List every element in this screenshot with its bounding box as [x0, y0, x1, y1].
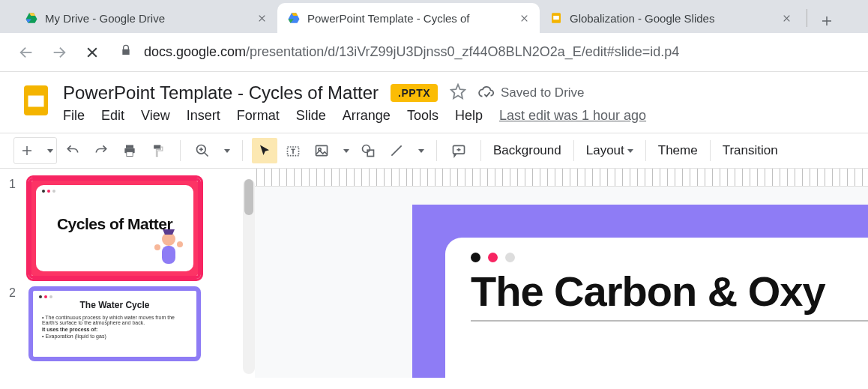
- menu-file[interactable]: File: [63, 108, 85, 124]
- browser-tab[interactable]: Globalization - Google Slides: [540, 3, 802, 33]
- redo-button[interactable]: [88, 138, 114, 163]
- chevron-down-icon: [627, 149, 633, 153]
- close-icon[interactable]: [517, 11, 531, 25]
- browser-tab-strip: My Drive - Google Drive PowerPoint Templ…: [0, 0, 868, 33]
- tab-title: PowerPoint Template - Cycles of: [307, 12, 517, 25]
- comment-button[interactable]: [446, 138, 471, 163]
- app-header: PowerPoint Template - Cycles of Matter .…: [0, 72, 868, 124]
- close-icon[interactable]: [780, 11, 793, 25]
- save-status: Saved to Drive: [478, 85, 585, 101]
- toolbar-separator: [710, 140, 711, 161]
- close-icon[interactable]: [255, 11, 268, 25]
- menu-format[interactable]: Format: [237, 108, 280, 124]
- svg-rect-11: [553, 16, 559, 19]
- new-tab-button[interactable]: [815, 9, 839, 33]
- menu-view[interactable]: View: [141, 108, 170, 124]
- toolbar: Background Layout Theme Transition: [0, 133, 868, 169]
- undo-button[interactable]: [60, 138, 85, 163]
- svg-point-46: [154, 244, 160, 250]
- svg-marker-22: [451, 85, 465, 98]
- image-tool[interactable]: [309, 138, 334, 163]
- main-area: 1 Cycles of Matter 2 The W: [0, 169, 868, 378]
- forward-button[interactable]: [48, 41, 70, 64]
- thumb-title: The Water Cycle: [39, 300, 190, 310]
- zoom-button[interactable]: [190, 138, 215, 163]
- line-menu[interactable]: [412, 138, 427, 163]
- thumb-text: It uses the process of:: [42, 327, 187, 332]
- window-dots-icon: [39, 295, 190, 298]
- menu-insert[interactable]: Insert: [187, 108, 220, 124]
- menu-tools[interactable]: Tools: [407, 108, 438, 124]
- stop-reload-button[interactable]: [81, 41, 103, 64]
- slide-heading: The Carbon & Oxy: [471, 267, 868, 316]
- slide-thumbnail[interactable]: The Water Cycle • The continuous process…: [28, 286, 201, 361]
- browser-tab[interactable]: My Drive - Google Drive: [15, 3, 277, 33]
- url-path: /presentation/d/13iVrZ99jU3Djnss0_zf44O8…: [246, 44, 679, 60]
- window-dots-icon: [471, 253, 868, 262]
- slide-canvas[interactable]: The Carbon & Oxy: [255, 169, 868, 378]
- scrollbar-grip[interactable]: [244, 179, 253, 215]
- slide-thumbnail[interactable]: Cycles of Matter: [28, 178, 201, 279]
- character-illustration: [151, 229, 186, 268]
- svg-rect-28: [154, 145, 160, 149]
- slides-logo[interactable]: [18, 82, 54, 118]
- thumb-text: • The continuous process by which water …: [42, 315, 187, 325]
- theme-button[interactable]: Theme: [655, 139, 701, 163]
- layout-label: Layout: [586, 143, 624, 157]
- window-dots-icon: [42, 190, 187, 193]
- transition-button[interactable]: Transition: [720, 139, 781, 163]
- toolbar-separator: [242, 140, 243, 161]
- paint-format-button[interactable]: [145, 138, 171, 163]
- slide-number: 1: [9, 178, 18, 279]
- browser-tab[interactable]: PowerPoint Template - Cycles of: [277, 3, 540, 33]
- print-button[interactable]: [117, 138, 142, 163]
- format-badge: .PPTX: [391, 84, 438, 102]
- address-bar[interactable]: docs.google.com /presentation/d/13iVrZ99…: [114, 40, 868, 64]
- divider: [471, 320, 868, 322]
- thumbnail-row: 1 Cycles of Matter: [9, 178, 246, 279]
- last-edit-link[interactable]: Last edit was 1 hour ago: [499, 108, 646, 124]
- cloud-check-icon: [478, 85, 495, 101]
- svg-line-30: [205, 153, 208, 157]
- new-slide-dropdown[interactable]: [41, 138, 56, 163]
- menu-slide[interactable]: Slide: [296, 108, 326, 124]
- toolbar-separator: [436, 140, 437, 161]
- tab-title: Globalization - Google Slides: [570, 12, 780, 25]
- textbox-tool[interactable]: [280, 138, 306, 163]
- drive-favicon: [24, 10, 39, 25]
- menu-bar: File Edit View Insert Format Slide Arran…: [63, 108, 646, 124]
- background-button[interactable]: Background: [490, 139, 564, 163]
- image-menu[interactable]: [337, 138, 352, 163]
- toolbar-separator: [645, 140, 646, 161]
- layout-button[interactable]: Layout: [583, 139, 636, 163]
- svg-rect-21: [28, 96, 43, 106]
- select-tool[interactable]: [252, 138, 277, 163]
- svg-rect-25: [126, 145, 133, 148]
- document-title[interactable]: PowerPoint Template - Cycles of Matter: [63, 82, 379, 103]
- zoom-menu[interactable]: [218, 138, 233, 163]
- horizontal-ruler: [255, 169, 868, 187]
- back-button[interactable]: [15, 41, 37, 64]
- menu-arrange[interactable]: Arrange: [343, 108, 391, 124]
- slide-panel: 1 Cycles of Matter 2 The W: [0, 169, 255, 378]
- line-tool[interactable]: [384, 138, 409, 163]
- browser-toolbar: docs.google.com /presentation/d/13iVrZ99…: [0, 33, 868, 72]
- panel-scrollbar[interactable]: [243, 179, 255, 374]
- svg-rect-27: [127, 152, 133, 157]
- thumb-text: • Evaporation (liquid to gas): [42, 334, 187, 339]
- tab-title: My Drive - Google Drive: [45, 12, 255, 25]
- shape-tool[interactable]: [355, 138, 381, 163]
- toolbar-separator: [480, 140, 481, 161]
- lock-icon: [120, 44, 132, 60]
- toolbar-separator: [180, 140, 181, 161]
- thumbnail-row: 2 The Water Cycle • The continuous proce…: [9, 286, 246, 361]
- svg-rect-36: [316, 145, 328, 155]
- toolbar-separator: [573, 140, 574, 161]
- menu-edit[interactable]: Edit: [101, 108, 124, 124]
- svg-rect-45: [162, 246, 175, 264]
- star-icon[interactable]: [450, 83, 466, 103]
- svg-rect-39: [367, 150, 373, 156]
- current-slide[interactable]: The Carbon & Oxy: [412, 205, 868, 378]
- menu-help[interactable]: Help: [455, 108, 483, 124]
- new-slide-button[interactable]: [14, 138, 40, 163]
